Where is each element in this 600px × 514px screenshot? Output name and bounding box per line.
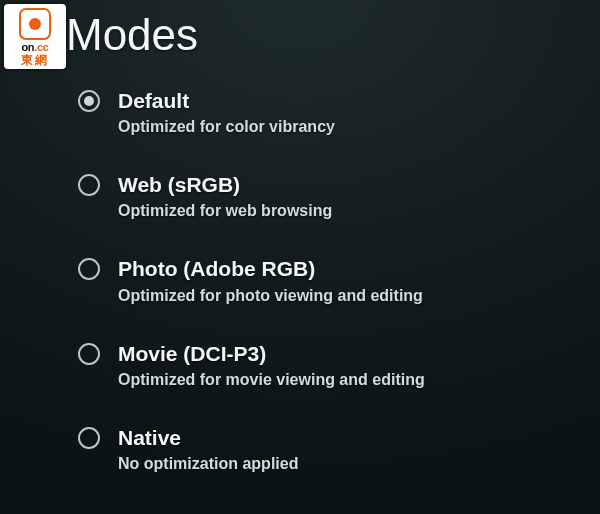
option-label: Web (sRGB) (118, 172, 580, 197)
option-label: Movie (DCI-P3) (118, 341, 580, 366)
option-text: Photo (Adobe RGB) Optimized for photo vi… (118, 256, 580, 304)
radio-icon (78, 343, 100, 365)
option-label: Default (118, 88, 580, 113)
watermark-brand-cn: 東網 (6, 54, 64, 66)
mode-options-list: Default Optimized for color vibrancy Web… (60, 88, 580, 473)
option-desc: Optimized for photo viewing and editing (118, 287, 580, 305)
radio-icon (78, 427, 100, 449)
option-desc: No optimization applied (118, 455, 580, 473)
mode-option-web[interactable]: Web (sRGB) Optimized for web browsing (78, 172, 580, 220)
radio-icon (78, 258, 100, 280)
option-desc: Optimized for color vibrancy (118, 118, 580, 136)
mode-option-movie[interactable]: Movie (DCI-P3) Optimized for movie viewi… (78, 341, 580, 389)
mode-option-default[interactable]: Default Optimized for color vibrancy (78, 88, 580, 136)
option-label: Photo (Adobe RGB) (118, 256, 580, 281)
watermark-logo-icon (19, 8, 51, 40)
option-label: Native (118, 425, 580, 450)
option-desc: Optimized for movie viewing and editing (118, 371, 580, 389)
option-text: Default Optimized for color vibrancy (118, 88, 580, 136)
option-text: Movie (DCI-P3) Optimized for movie viewi… (118, 341, 580, 389)
option-text: Native No optimization applied (118, 425, 580, 473)
watermark-brand-text: on.cc (6, 42, 64, 53)
radio-icon (78, 90, 100, 112)
option-text: Web (sRGB) Optimized for web browsing (118, 172, 580, 220)
mode-option-photo[interactable]: Photo (Adobe RGB) Optimized for photo vi… (78, 256, 580, 304)
option-desc: Optimized for web browsing (118, 202, 580, 220)
modes-settings-screen: on.cc 東網 Modes Default Optimized for col… (0, 0, 600, 514)
source-watermark: on.cc 東網 (4, 4, 66, 69)
mode-option-native[interactable]: Native No optimization applied (78, 425, 580, 473)
page-title: Modes (66, 10, 580, 60)
watermark-logo-dot-icon (29, 18, 41, 30)
radio-icon (78, 174, 100, 196)
